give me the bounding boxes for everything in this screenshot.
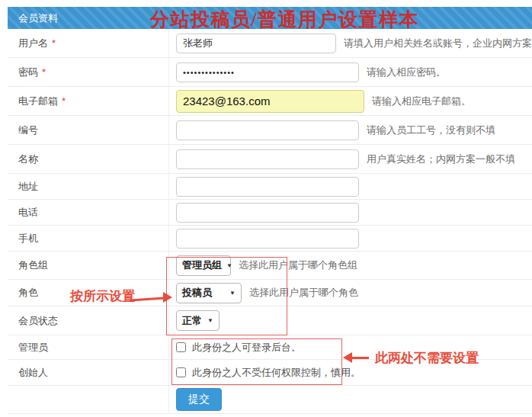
- panel-title: 会员资料: [18, 11, 58, 25]
- form-row-realname: 名称 用户真实姓名；内网方案一般不填: [8, 145, 532, 174]
- address-label: 地址: [8, 174, 169, 199]
- admin-checkbox[interactable]: [176, 342, 186, 352]
- required-asterisk: *: [62, 95, 66, 107]
- realname-hint: 用户真实姓名；内网方案一般不填: [367, 152, 515, 166]
- member-status-select[interactable]: 正常 ▼: [176, 310, 220, 331]
- realname-input[interactable]: [176, 149, 359, 169]
- role-hint: 选择此用户属于哪个角色: [249, 286, 358, 300]
- password-label: 密码 *: [8, 58, 169, 86]
- form-row-member-status: 会员状态 正常 ▼: [8, 306, 532, 335]
- form-row-employee-number: 编号 请输入员工工号，没有则不填: [8, 116, 532, 145]
- form-row-mobile: 手机: [8, 226, 532, 252]
- realname-label: 名称: [8, 145, 169, 173]
- arrow-right-icon: [163, 292, 172, 303]
- form-row-address: 地址: [8, 174, 532, 200]
- founder-checkbox[interactable]: [176, 367, 186, 377]
- password-hint: 请输入相应密码。: [367, 66, 446, 79]
- telephone-input[interactable]: [176, 203, 359, 223]
- employee-number-label: 编号: [8, 116, 169, 144]
- mobile-label: 手机: [8, 226, 169, 251]
- employee-number-input[interactable]: [176, 120, 359, 140]
- form-row-telephone: 电话: [8, 200, 532, 226]
- form-row-role-group: 角色组 管理员组 ▼ 选择此用户属于哪个角色组: [8, 252, 532, 280]
- role-annotation-text: 按所示设置: [70, 287, 135, 305]
- form-row-email: 电子邮箱 * 请输入相应电子邮箱。: [8, 87, 532, 116]
- form-row-submit: 提交: [8, 386, 532, 414]
- submit-button[interactable]: 提交: [176, 388, 222, 411]
- username-input[interactable]: [176, 34, 336, 53]
- password-input[interactable]: [176, 63, 359, 82]
- employee-number-hint: 请输入员工工号，没有则不填: [367, 123, 495, 137]
- checkbox-annotation-text: 此两处不需要设置: [375, 349, 479, 367]
- submit-row-spacer: [8, 386, 169, 413]
- required-asterisk: *: [42, 66, 46, 78]
- founder-checkbox-text: 此身份之人不受任何权限控制，慎用。: [192, 366, 361, 380]
- email-input[interactable]: [176, 90, 364, 113]
- address-input[interactable]: [176, 177, 359, 197]
- role-group-hint: 选择此用户属于哪个角色组: [239, 258, 357, 272]
- caret-down-icon: ▼: [207, 317, 213, 324]
- arrow-left-icon: [351, 357, 369, 359]
- role-select[interactable]: 投稿员 ▼: [176, 283, 242, 303]
- mobile-input[interactable]: [176, 229, 359, 249]
- page-overlay-title: 分站投稿员/普通用户设置样本: [150, 7, 419, 32]
- email-label: 电子邮箱 *: [8, 87, 169, 115]
- admin-checkbox-text: 此身份之人可登录后台。: [192, 341, 301, 354]
- username-label: 用户名 *: [8, 29, 169, 57]
- caret-down-icon: ▼: [229, 290, 236, 297]
- admin-label: 管理员: [8, 335, 169, 359]
- required-asterisk: *: [52, 37, 56, 49]
- username-hint: 请填入用户相关姓名或账号，企业内网方案: [344, 37, 532, 50]
- form-row-password: 密码 * 请输入相应密码。: [8, 58, 532, 87]
- role-group-label: 角色组: [8, 252, 169, 279]
- member-status-label: 会员状态: [8, 306, 169, 335]
- form-row-username: 用户名 * 请填入用户相关姓名或账号，企业内网方案: [8, 29, 532, 58]
- member-profile-page: 会员资料 用户名 * 请填入用户相关姓名或账号，企业内网方案 密码 * 请输入相…: [0, 0, 532, 417]
- caret-down-icon: ▼: [226, 262, 232, 269]
- founder-label: 创始人: [8, 360, 169, 385]
- email-hint: 请输入相应电子邮箱。: [372, 95, 471, 108]
- role-group-select[interactable]: 管理员组 ▼: [176, 255, 231, 276]
- telephone-label: 电话: [8, 200, 169, 225]
